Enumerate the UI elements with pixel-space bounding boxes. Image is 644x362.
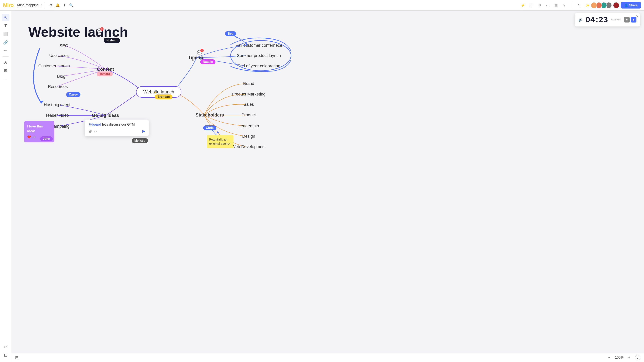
svg-marker-1 <box>39 101 44 103</box>
title-comment-icon[interactable]: 💬 1 <box>97 28 102 34</box>
canvas-inner: Website launch 💬 1 ▶ Hisham SEO Use case… <box>11 11 644 362</box>
avatar-1[interactable] <box>591 2 597 9</box>
timing-notification-badge: 4 <box>200 49 204 52</box>
comment-box[interactable]: @board let's discuss our GTM @ ☺ ▶ <box>85 120 149 136</box>
topbar: Miro Mind mapping ☆ ⚙ 🔔 ⬆ 🔍 ⚡ ⏱ 🖥 ▭ ▦ ∨ … <box>0 0 644 11</box>
sticky-note-text: I love this idea! <box>27 124 52 134</box>
timer-panel: ✕ 🔊 04 : 23 +1m +5m ■ ▶ <box>575 13 640 27</box>
notification-badge: 1 <box>100 27 104 31</box>
comment-icons: @ ☺ <box>88 129 97 133</box>
settings-button[interactable]: ⚙ <box>48 2 54 9</box>
tool-more[interactable]: ⋯ <box>2 75 10 83</box>
timer-controls: ■ ▶ <box>624 17 636 23</box>
zoom-controls: − 100% + ? <box>606 354 640 361</box>
upload-button[interactable]: ⬆ <box>61 2 68 9</box>
chevron-down-icon[interactable]: ∨ <box>561 2 568 9</box>
sidebar-separator <box>3 56 9 57</box>
comment-input-row: @ ☺ ▶ <box>88 129 145 133</box>
volume-icon[interactable]: 🔊 <box>578 18 582 22</box>
user-badge-melissa: Melissa <box>132 138 148 143</box>
zoom-level: 100% <box>615 355 624 359</box>
timer-seconds: 23 <box>599 15 608 24</box>
star-icon[interactable]: ☆ <box>40 4 43 7</box>
layers-button[interactable]: ⊟ <box>2 351 10 359</box>
avatar-main[interactable] <box>613 2 620 9</box>
user-badge-natalie: Natalie <box>200 59 216 64</box>
tool-font[interactable]: A <box>2 59 10 66</box>
tool-connect[interactable]: 🔗 <box>2 39 10 46</box>
timer-close-button[interactable]: ✕ <box>636 14 639 19</box>
user-badge-hisham: Hisham <box>104 38 120 43</box>
zoom-in-button[interactable]: + <box>626 354 633 361</box>
lightning-icon[interactable]: ⚡ <box>520 2 526 9</box>
user-badge-john: John <box>40 136 53 141</box>
reaction-heart[interactable]: ❤️ <box>27 135 31 139</box>
screen-icon[interactable]: 🖥 <box>536 2 543 9</box>
timer-separator: : <box>596 15 598 24</box>
magic-icon[interactable]: ✨ <box>584 2 591 9</box>
mindmap-svg <box>11 11 644 362</box>
board-name-label[interactable]: Mind mapping <box>17 3 38 7</box>
page-title: Website launch <box>28 24 128 40</box>
layers-toggle[interactable]: ⊟ <box>15 355 18 360</box>
sticky-yellow-text: Potentially an external agency <box>209 138 230 145</box>
add-one-min[interactable]: +1m <box>611 18 616 21</box>
present-icon[interactable]: ▭ <box>544 2 551 9</box>
notifications-button[interactable]: 🔔 <box>54 2 61 9</box>
undo-button[interactable]: ↩ <box>2 343 10 351</box>
timer-stop-button[interactable]: ■ <box>624 17 630 23</box>
tool-select[interactable]: ↖ <box>2 14 10 21</box>
timing-comment-icon[interactable]: 💬 4 <box>197 50 202 55</box>
tool-shape[interactable]: ⊞ <box>2 67 10 74</box>
cursor-icon[interactable]: ↖ <box>576 2 582 9</box>
share-label: Share <box>629 4 638 7</box>
share-icon: 👤 <box>624 4 628 7</box>
comment-text: @board let's discuss our GTM <box>88 123 145 127</box>
user-badge-brendan: Brendan <box>155 94 172 99</box>
sticky-yellow: Potentially an external agency <box>207 135 233 148</box>
user-badge-chris: Chris <box>203 125 216 130</box>
timer-quick-add: +1m +5m <box>611 18 621 21</box>
comment-tag: @board <box>88 123 101 126</box>
comment-body: let's discuss our GTM <box>102 123 135 126</box>
search-button[interactable]: 🔍 <box>68 2 75 9</box>
topbar-right: ⚡ ⏱ 🖥 ▭ ▦ ∨ ↖ ✨ 12 👤 Share <box>520 2 641 9</box>
timer-icon[interactable]: ⏱ <box>528 2 534 9</box>
tool-text[interactable]: T <box>2 22 10 30</box>
emoji-icon[interactable]: ☺ <box>94 129 97 133</box>
user-badge-casey: Casey <box>66 92 80 97</box>
reaction-plus1[interactable]: +1 <box>32 135 36 139</box>
sidebar: ↖ T ⬜ 🔗 ✏ A ⊞ ⋯ ↩ ⊟ <box>0 11 11 362</box>
timer-play-button[interactable]: ▶ <box>631 17 636 23</box>
help-button[interactable]: ? <box>635 355 640 360</box>
topbar-divider <box>45 3 45 8</box>
canvas: Website launch 💬 1 ▶ Hisham SEO Use case… <box>11 11 644 362</box>
timing-cursor: ▶ <box>192 58 194 61</box>
bottom-bar: ⊟ − 100% + ? <box>11 353 644 362</box>
user-badge-tamara: Tamara <box>97 72 112 76</box>
add-five-min[interactable]: +5m <box>616 18 621 21</box>
share-button[interactable]: 👤 Share <box>621 2 641 9</box>
svg-point-2 <box>230 41 291 71</box>
tool-pen[interactable]: ✏ <box>2 47 10 55</box>
timer-minutes: 04 <box>586 15 595 24</box>
avatar-group: 12 <box>592 2 620 9</box>
miro-logo: Miro <box>3 2 14 8</box>
board-name: Mind mapping ☆ <box>17 3 43 7</box>
send-button[interactable]: ▶ <box>142 129 145 133</box>
user-badge-bea: Bea <box>225 31 236 36</box>
at-icon[interactable]: @ <box>88 129 92 133</box>
zoom-out-button[interactable]: − <box>606 354 613 361</box>
table-icon[interactable]: ▦ <box>553 2 560 9</box>
tool-frame[interactable]: ⬜ <box>2 30 10 38</box>
